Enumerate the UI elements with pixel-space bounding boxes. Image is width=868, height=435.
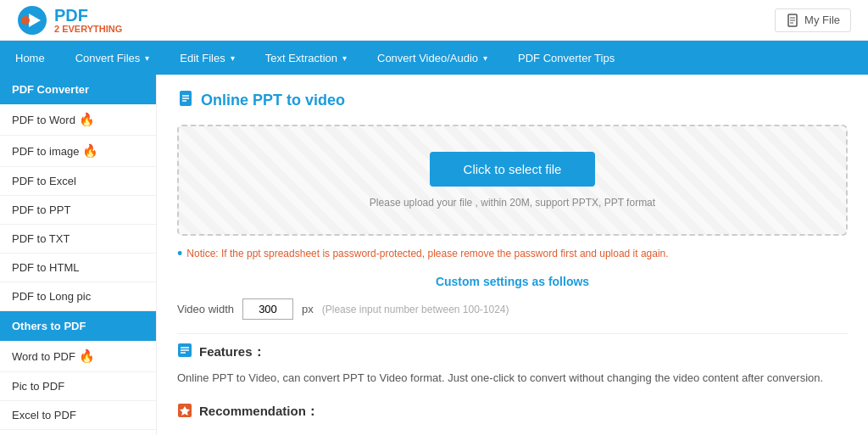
- sidebar-item-pdf-to-txt[interactable]: PDF to TXT: [0, 225, 156, 254]
- sidebar-others-to-pdf-header[interactable]: Others to PDF: [0, 311, 156, 341]
- page-title-row: Online PPT to video: [177, 90, 848, 111]
- logo-main-text: PDF: [54, 7, 122, 24]
- chevron-down-icon: ▾: [231, 53, 235, 63]
- nav-home[interactable]: Home: [0, 41, 60, 75]
- sidebar-pdf-converter-header[interactable]: PDF Converter: [0, 75, 156, 104]
- features-label: Features：: [199, 344, 265, 360]
- sidebar-item-pdf-to-word[interactable]: PDF to Word 🔥: [0, 104, 156, 136]
- video-width-hint: (Please input number between 100-1024): [322, 304, 509, 315]
- divider: [177, 333, 848, 334]
- sidebar-item-pic-to-pdf[interactable]: Pic to PDF: [0, 372, 156, 401]
- my-file-button[interactable]: My File: [775, 8, 851, 32]
- sidebar-item-excel-to-pdf[interactable]: Excel to PDF: [0, 401, 156, 430]
- recommendation-title-row: Recommendation：: [177, 403, 848, 421]
- select-file-button[interactable]: Click to select file: [430, 152, 596, 187]
- sidebar-item-ppt-to-pdf[interactable]: PPT to PDF: [0, 430, 156, 435]
- sidebar-item-word-to-pdf[interactable]: Word to PDF 🔥: [0, 341, 156, 372]
- my-file-label: My File: [804, 14, 840, 26]
- upload-area[interactable]: Click to select file Please upload your …: [177, 125, 848, 236]
- nav-text-extraction[interactable]: Text Extraction ▾: [250, 41, 362, 75]
- bullet-icon: •: [177, 246, 182, 261]
- notice-text: • Notice: If the ppt spreadsheet is pass…: [177, 248, 848, 261]
- main-nav: Home Convert Files ▾ Edit Files ▾ Text E…: [0, 41, 868, 75]
- sidebar-item-pdf-to-html[interactable]: PDF to HTML: [0, 254, 156, 282]
- upload-hint: Please upload your file , within 20M, su…: [204, 197, 821, 209]
- features-title-row: Features：: [177, 343, 848, 361]
- hot-icon: 🔥: [79, 112, 95, 127]
- recommendation-icon: [177, 403, 192, 421]
- video-width-label: Video width: [177, 303, 234, 315]
- svg-point-2: [21, 16, 30, 25]
- nav-convert-files[interactable]: Convert Files ▾: [60, 41, 165, 75]
- document-icon: [177, 90, 194, 111]
- video-width-row: Video width px (Please input number betw…: [177, 298, 848, 320]
- logo-sub-text: 2 EVERYTHING: [54, 24, 122, 34]
- logo-icon: [17, 5, 47, 36]
- nav-convert-video-audio[interactable]: Convert Video/Audio ▾: [362, 41, 503, 75]
- page-title: Online PPT to video: [201, 92, 345, 109]
- sidebar: PDF Converter PDF to Word 🔥 PDF to image…: [0, 75, 157, 435]
- recommendation-item[interactable]: Word to Excel: [177, 430, 848, 435]
- chevron-down-icon: ▾: [342, 53, 347, 63]
- sidebar-item-pdf-to-image[interactable]: PDF to image 🔥: [0, 136, 156, 167]
- file-icon: [786, 14, 799, 27]
- main-layout: PDF Converter PDF to Word 🔥 PDF to image…: [0, 75, 868, 435]
- features-text: Online PPT to Video, can convert PPT to …: [177, 370, 848, 388]
- px-label: px: [302, 303, 314, 315]
- header: PDF 2 EVERYTHING My File: [0, 0, 868, 41]
- nav-pdf-tips[interactable]: PDF Converter Tips: [503, 41, 630, 75]
- sidebar-item-pdf-to-ppt[interactable]: PDF to PPT: [0, 196, 156, 225]
- chevron-down-icon: ▾: [483, 53, 487, 63]
- video-width-input[interactable]: [242, 298, 293, 320]
- logo-area: PDF 2 EVERYTHING: [17, 5, 122, 36]
- sidebar-item-pdf-to-excel[interactable]: PDF to Excel: [0, 167, 156, 196]
- main-content: Online PPT to video Click to select file…: [157, 75, 868, 435]
- chevron-down-icon: ▾: [145, 53, 149, 63]
- hot-icon: 🔥: [79, 349, 95, 364]
- recommendation-label: Recommendation：: [199, 404, 319, 420]
- hot-icon: 🔥: [82, 143, 98, 159]
- nav-edit-files[interactable]: Edit Files ▾: [164, 41, 249, 75]
- custom-settings-title: Custom settings as follows: [177, 275, 848, 288]
- sidebar-item-pdf-to-long-pic[interactable]: PDF to Long pic: [0, 282, 156, 311]
- features-icon: [177, 343, 192, 361]
